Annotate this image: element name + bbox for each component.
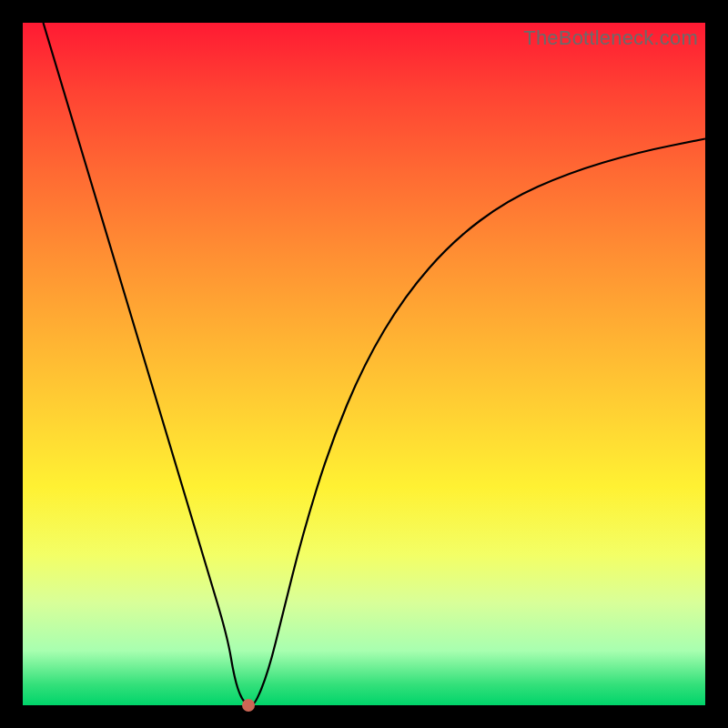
chart-frame: TheBottleneck.com bbox=[0, 0, 728, 728]
curve-svg bbox=[23, 23, 705, 705]
plot-area: TheBottleneck.com bbox=[23, 23, 705, 705]
bottleneck-curve-path bbox=[44, 23, 706, 705]
optimal-point-marker bbox=[242, 699, 255, 712]
